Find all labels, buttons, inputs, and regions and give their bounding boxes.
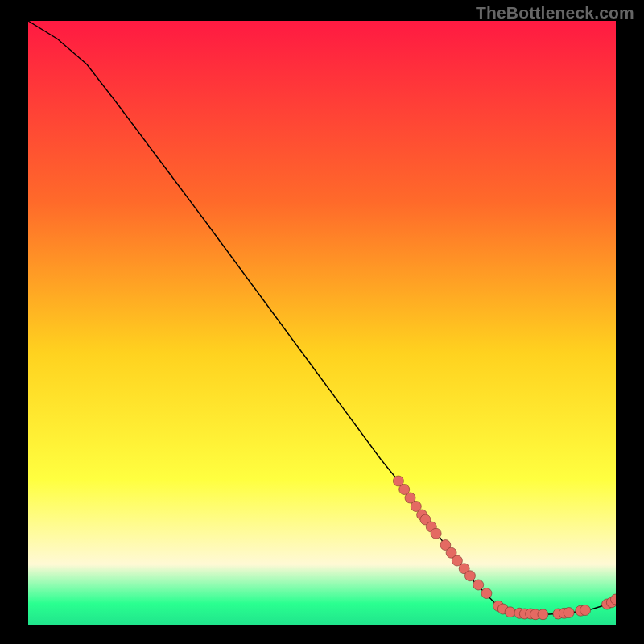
- chart-marker: [564, 608, 574, 618]
- chart-marker: [481, 588, 492, 599]
- chart-marker: [505, 607, 515, 617]
- chart-marker: [538, 609, 548, 620]
- chart-svg: [28, 21, 616, 625]
- chart-marker: [580, 605, 591, 616]
- chart-plot-area: [28, 21, 616, 625]
- chart-marker: [431, 528, 441, 539]
- chart-background: [28, 21, 616, 625]
- stage: TheBottleneck.com: [0, 0, 644, 644]
- chart-marker: [464, 571, 475, 581]
- watermark-text: TheBottleneck.com: [476, 3, 634, 23]
- chart-marker: [473, 580, 484, 590]
